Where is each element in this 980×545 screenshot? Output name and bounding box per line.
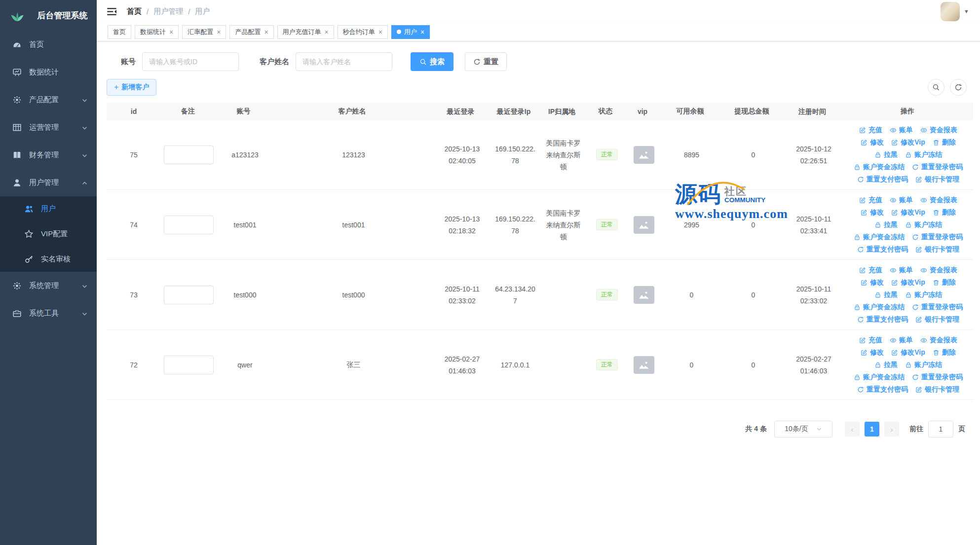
page-size-select[interactable]: 10条/页 [774, 421, 832, 437]
sidebar-item-vip-config[interactable]: VIP配置 [0, 221, 97, 247]
close-icon[interactable]: × [169, 29, 173, 36]
sidebar-item-system-tools[interactable]: 系统工具 [0, 299, 97, 327]
view-icon [920, 127, 927, 134]
sidebar-item-operations[interactable]: 运营管理 [0, 113, 97, 141]
action-recharge[interactable]: 充值 [859, 334, 882, 346]
action-edit-vip[interactable]: 修改Vip [891, 276, 925, 289]
action-fund-report[interactable]: 资金报表 [920, 334, 957, 346]
action-freeze-account[interactable]: 账户冻结 [905, 218, 942, 231]
user-avatar[interactable] [941, 2, 960, 21]
cell-id: 72 [107, 361, 161, 369]
close-icon[interactable]: × [217, 29, 221, 36]
tab-home[interactable]: 首页 [108, 25, 131, 39]
cell-remark [161, 145, 217, 164]
action-delete[interactable]: 删除 [933, 206, 956, 218]
action-blacklist[interactable]: 拉黑 [874, 359, 898, 371]
action-delete[interactable]: 删除 [933, 136, 956, 148]
tab-contract-orders[interactable]: 秒合约订单× [338, 25, 388, 39]
vip-image-placeholder[interactable] [634, 216, 654, 234]
action-bank-card[interactable]: 银行卡管理 [915, 173, 959, 185]
tab-recharge-orders[interactable]: 用户充值订单× [277, 25, 334, 39]
action-freeze-funds[interactable]: 账户资金冻结 [854, 371, 905, 383]
next-page-button[interactable]: › [884, 422, 899, 436]
action-bill[interactable]: 账单 [890, 124, 913, 136]
action-reset-pay-password[interactable]: 重置支付密码 [857, 243, 908, 255]
search-button[interactable]: 搜索 [411, 52, 453, 71]
sidebar-item-data-stats[interactable]: 数据统计 [0, 58, 97, 86]
action-fund-report[interactable]: 资金报表 [920, 194, 957, 206]
sidebar-item-product-config[interactable]: 产品配置 [0, 86, 97, 113]
remark-input[interactable] [164, 286, 214, 304]
add-customer-button[interactable]: + 新增客户 [107, 79, 156, 96]
close-icon[interactable]: × [264, 29, 268, 36]
sidebar-item-home[interactable]: 首页 [0, 31, 97, 58]
close-icon[interactable]: × [378, 29, 382, 36]
action-freeze-account[interactable]: 账户冻结 [905, 148, 942, 161]
remark-input[interactable] [164, 145, 214, 164]
action-recharge[interactable]: 充值 [859, 264, 882, 276]
breadcrumb-home[interactable]: 首页 [127, 7, 142, 16]
action-bank-card[interactable]: 银行卡管理 [915, 243, 959, 255]
action-reset-pay-password[interactable]: 重置支付密码 [857, 383, 908, 396]
action-reset-pay-password[interactable]: 重置支付密码 [857, 313, 908, 326]
sidebar-item-user-management[interactable]: 用户管理 [0, 169, 97, 196]
action-recharge[interactable]: 充值 [859, 124, 882, 136]
action-bank-card[interactable]: 银行卡管理 [915, 313, 959, 326]
action-bill[interactable]: 账单 [890, 194, 913, 206]
action-recharge[interactable]: 充值 [859, 194, 882, 206]
action-freeze-funds[interactable]: 账户资金冻结 [854, 231, 905, 243]
action-reset-login-password[interactable]: 重置登录密码 [912, 231, 963, 243]
action-reset-login-password[interactable]: 重置登录密码 [912, 371, 963, 383]
sidebar-item-system-management[interactable]: 系统管理 [0, 272, 97, 299]
action-blacklist[interactable]: 拉黑 [874, 289, 898, 301]
close-icon[interactable]: × [420, 29, 424, 36]
action-reset-pay-password[interactable]: 重置支付密码 [857, 173, 908, 185]
cell-withdraw-total: 0 [722, 291, 784, 299]
avatar-caret-down-icon[interactable]: ▼ [964, 8, 969, 14]
action-fund-report[interactable]: 资金报表 [920, 264, 957, 276]
action-bill[interactable]: 账单 [890, 264, 913, 276]
sidebar-item-finance[interactable]: 财务管理 [0, 141, 97, 169]
action-freeze-account[interactable]: 账户冻结 [905, 359, 942, 371]
action-blacklist[interactable]: 拉黑 [874, 148, 898, 161]
tab-exchange-rate[interactable]: 汇率配置× [182, 25, 226, 39]
action-bill[interactable]: 账单 [890, 334, 913, 346]
remark-input[interactable] [164, 216, 214, 234]
goto-page-input[interactable] [928, 421, 953, 437]
action-reset-login-password[interactable]: 重置登录密码 [912, 161, 963, 173]
collapse-sidebar-icon[interactable] [106, 6, 117, 17]
action-bank-card[interactable]: 银行卡管理 [915, 383, 959, 396]
vip-image-placeholder[interactable] [634, 356, 654, 374]
tab-users[interactable]: 用户× [391, 25, 430, 39]
action-reset-login-password[interactable]: 重置登录密码 [912, 301, 963, 313]
action-edit[interactable]: 修改 [861, 276, 884, 289]
table-search-toggle-button[interactable] [928, 79, 944, 96]
vip-image-placeholder[interactable] [634, 146, 654, 164]
action-edit[interactable]: 修改 [861, 136, 884, 148]
action-freeze-funds[interactable]: 账户资金冻结 [854, 301, 905, 313]
tab-data-stats[interactable]: 数据统计× [135, 25, 179, 39]
reset-button[interactable]: 重置 [465, 52, 507, 71]
action-fund-report[interactable]: 资金报表 [920, 124, 957, 136]
action-delete[interactable]: 删除 [933, 346, 956, 359]
customer-name-input[interactable] [296, 52, 392, 71]
sidebar-item-realname-audit[interactable]: 实名审核 [0, 247, 97, 272]
table-refresh-button[interactable] [950, 79, 967, 96]
vip-image-placeholder[interactable] [634, 286, 654, 304]
page-1-button[interactable]: 1 [865, 422, 879, 436]
tab-product-config[interactable]: 产品配置× [229, 25, 273, 39]
action-edit-vip[interactable]: 修改Vip [891, 136, 925, 148]
action-freeze-funds[interactable]: 账户资金冻结 [854, 161, 905, 173]
action-edit-vip[interactable]: 修改Vip [891, 206, 925, 218]
account-input[interactable] [142, 52, 239, 71]
action-edit[interactable]: 修改 [861, 206, 884, 218]
close-icon[interactable]: × [325, 29, 329, 36]
sidebar-item-users[interactable]: 用户 [0, 196, 97, 221]
action-freeze-account[interactable]: 账户冻结 [905, 289, 942, 301]
prev-page-button[interactable]: ‹ [845, 422, 860, 436]
action-blacklist[interactable]: 拉黑 [874, 218, 898, 231]
action-delete[interactable]: 删除 [933, 276, 956, 289]
remark-input[interactable] [164, 356, 214, 374]
action-edit-vip[interactable]: 修改Vip [891, 346, 925, 359]
action-edit[interactable]: 修改 [861, 346, 884, 359]
